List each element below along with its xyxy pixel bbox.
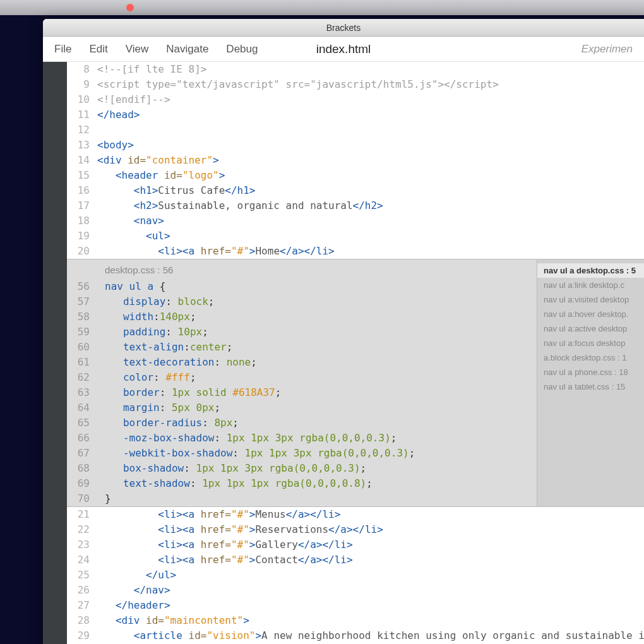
code-line[interactable]: 13<body> [67, 138, 644, 153]
code-content[interactable]: <li><a href="#">Home</a></li> [97, 244, 644, 259]
rule-item[interactable]: nav ul a phone.css : 18 [537, 365, 644, 379]
code-content[interactable]: text-decoration: none; [97, 355, 537, 370]
line-number: 13 [67, 138, 97, 153]
code-line[interactable]: 8<!--[if lte IE 8]> [67, 62, 644, 77]
code-line[interactable]: 24 <li><a href="#">Contact</a></li> [67, 552, 644, 568]
code-line[interactable]: 18 <nav> [67, 213, 644, 229]
code-content[interactable]: -webkit-box-shadow: 1px 1px 3px rgba(0,0… [97, 446, 537, 461]
code-line[interactable]: 67 -webkit-box-shadow: 1px 1px 3px rgba(… [67, 446, 537, 461]
code-content[interactable]: color: #fff; [97, 370, 537, 385]
code-line[interactable]: 29 <article id="vision">A new neighborho… [67, 628, 644, 643]
code-content[interactable]: <li><a href="#">Gallery</a></li> [97, 537, 644, 552]
rule-item[interactable]: nav ul a:focus desktop [537, 336, 644, 350]
code-content[interactable]: </nav> [97, 583, 644, 598]
rule-item[interactable]: nav ul a:active desktop [537, 321, 644, 336]
code-line[interactable]: 56nav ul a { [67, 279, 537, 294]
code-content[interactable]: <div id="maincontent"> [97, 613, 644, 628]
code-content[interactable]: </head> [97, 107, 644, 122]
code-line[interactable]: 27 </header> [67, 598, 644, 613]
line-number: 28 [67, 613, 97, 628]
code-line[interactable]: 14<div id="container"> [67, 153, 644, 168]
code-line[interactable]: 64 margin: 5px 0px; [67, 400, 537, 415]
code-line[interactable]: 21 <li><a href="#">Menus</a></li> [67, 507, 644, 522]
menu-view[interactable]: View [126, 43, 149, 56]
rule-item[interactable]: a.block desktop.css : 1 [537, 350, 644, 365]
code-content[interactable]: <li><a href="#">Reservations</a></li> [97, 522, 644, 537]
inline-css-editor[interactable]: desktop.css : 56 56nav ul a {57 display:… [67, 259, 644, 507]
menu-debug[interactable]: Debug [226, 43, 258, 56]
menu-navigate[interactable]: Navigate [166, 43, 208, 56]
code-line[interactable]: 22 <li><a href="#">Reservations</a></li> [67, 522, 644, 537]
code-line[interactable]: 20 <li><a href="#">Home</a></li> [67, 244, 644, 259]
code-line[interactable]: 68 box-shadow: 1px 1px 3px rgba(0,0,0,0.… [67, 461, 537, 476]
code-content[interactable]: <li><a href="#">Contact</a></li> [97, 552, 644, 568]
line-number: 66 [67, 431, 97, 446]
rule-item[interactable]: nav ul a:visited desktop [537, 292, 644, 307]
experimental-label: Experimen [581, 43, 633, 56]
code-content[interactable]: width:140px; [97, 309, 537, 325]
code-content[interactable]: } [97, 491, 537, 506]
code-content[interactable]: padding: 10px; [97, 325, 537, 340]
code-content[interactable] [97, 122, 644, 138]
code-line[interactable]: 62 color: #fff; [67, 370, 537, 385]
code-line[interactable]: 26 </nav> [67, 583, 644, 598]
code-content[interactable]: <header id="logo"> [97, 168, 644, 183]
code-line[interactable]: 25 </ul> [67, 568, 644, 583]
code-content[interactable]: <li><a href="#">Menus</a></li> [97, 507, 644, 522]
sidebar-indicator-icon [67, 87, 72, 97]
code-line[interactable]: 23 <li><a href="#">Gallery</a></li> [67, 537, 644, 552]
code-content[interactable]: </header> [97, 598, 644, 613]
code-line[interactable]: 66 -moz-box-shadow: 1px 1px 3px rgba(0,0… [67, 431, 537, 446]
code-line[interactable]: 16 <h1>Citrus Cafe</h1> [67, 183, 644, 198]
code-content[interactable]: -moz-box-shadow: 1px 1px 3px rgba(0,0,0,… [97, 431, 537, 446]
code-content[interactable]: border: 1px solid #618A37; [97, 385, 537, 400]
code-content[interactable]: box-shadow: 1px 1px 3px rgba(0,0,0,0.3); [97, 461, 537, 476]
code-content[interactable]: display: block; [97, 294, 537, 309]
code-line[interactable]: 17 <h2>Sustainable, organic and natural<… [67, 198, 644, 213]
code-line[interactable]: 57 display: block; [67, 294, 537, 309]
code-content[interactable]: text-shadow: 1px 1px 1px rgba(0,0,0,0.8)… [97, 476, 537, 491]
code-line[interactable]: 19 <ul> [67, 229, 644, 244]
code-line[interactable]: 59 padding: 10px; [67, 325, 537, 340]
code-line[interactable]: 28 <div id="maincontent"> [67, 613, 644, 628]
window-titlebar[interactable]: Brackets [43, 19, 644, 37]
inline-editor-header: desktop.css : 56 [67, 259, 537, 279]
code-editor[interactable]: 8<!--[if lte IE 8]>9<script type="text/j… [67, 62, 644, 644]
code-content[interactable]: <body> [97, 138, 644, 153]
line-number: 56 [67, 279, 97, 294]
code-line[interactable]: 10<![endif]--> [67, 92, 644, 107]
code-content[interactable]: text-align:center; [97, 340, 537, 355]
code-content[interactable]: <ul> [97, 229, 644, 244]
code-line[interactable]: 11</head> [67, 107, 644, 122]
code-content[interactable]: border-radius: 8px; [97, 415, 537, 431]
menu-file[interactable]: File [54, 43, 71, 56]
code-content[interactable]: nav ul a { [97, 279, 537, 294]
menu-edit[interactable]: Edit [89, 43, 107, 56]
code-line[interactable]: 60 text-align:center; [67, 340, 537, 355]
code-content[interactable]: <h1>Citrus Cafe</h1> [97, 183, 644, 198]
code-content[interactable]: <div id="container"> [97, 153, 644, 168]
code-content[interactable]: <nav> [97, 213, 644, 229]
code-content[interactable]: margin: 5px 0px; [97, 400, 537, 415]
rule-item[interactable]: nav ul a desktop.css : 5 [537, 263, 644, 278]
code-line[interactable]: 58 width:140px; [67, 309, 537, 325]
rule-item[interactable]: nav ul a:hover desktop. [537, 307, 644, 321]
code-line[interactable]: 15 <header id="logo"> [67, 168, 644, 183]
rule-item[interactable]: nav ul a tablet.css : 15 [537, 379, 644, 394]
code-line[interactable]: 61 text-decoration: none; [67, 355, 537, 370]
code-line[interactable]: 9<script type="text/javascript" src="jav… [67, 77, 644, 92]
code-line[interactable]: 65 border-radius: 8px; [67, 415, 537, 431]
code-content[interactable]: <article id="vision">A new neighborhood … [97, 628, 644, 643]
code-line[interactable]: 12 [67, 122, 644, 138]
code-content[interactable]: </ul> [97, 568, 644, 583]
code-content[interactable]: <![endif]--> [97, 92, 644, 107]
code-line[interactable]: 69 text-shadow: 1px 1px 1px rgba(0,0,0,0… [67, 476, 537, 491]
sidebar[interactable] [43, 62, 67, 644]
code-line[interactable]: 63 border: 1px solid #618A37; [67, 385, 537, 400]
code-content[interactable]: <!--[if lte IE 8]> [97, 62, 644, 77]
code-line[interactable]: 70} [67, 491, 537, 506]
code-content[interactable]: <script type="text/javascript" src="java… [97, 77, 644, 92]
line-number: 58 [67, 309, 97, 325]
rule-item[interactable]: nav ul a:link desktop.c [537, 278, 644, 292]
code-content[interactable]: <h2>Sustainable, organic and natural</h2… [97, 198, 644, 213]
